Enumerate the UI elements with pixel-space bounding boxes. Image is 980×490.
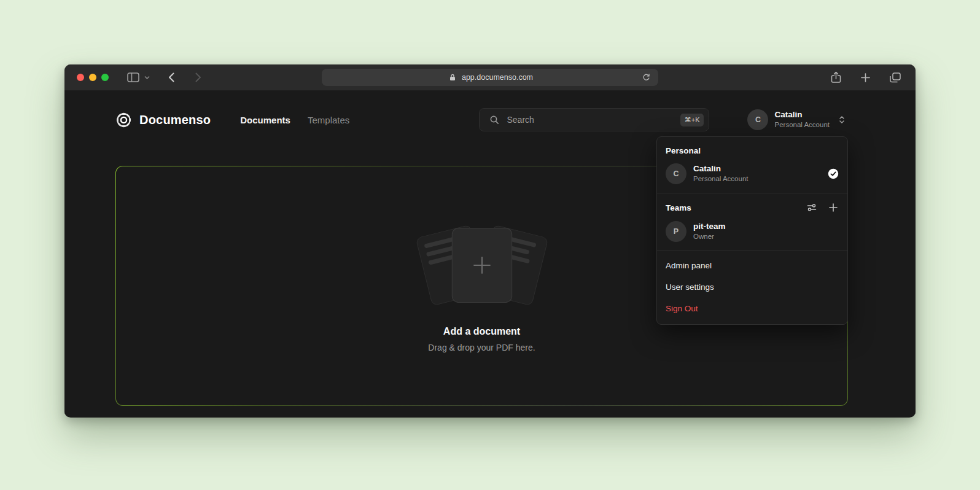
address-bar[interactable]: app.documenso.com [322, 69, 658, 86]
add-team-icon[interactable] [828, 202, 839, 213]
sidebar-toggle-icon[interactable] [125, 70, 142, 85]
team-name: pit-team [693, 222, 839, 232]
search-icon [487, 112, 502, 127]
chevron-up-down-icon [836, 112, 848, 127]
desktop-background: app.documenso.com [0, 0, 980, 490]
browser-window: app.documenso.com [64, 64, 916, 418]
zoom-window-button[interactable] [101, 74, 109, 81]
personal-account-row[interactable]: C Catalin Personal Account [657, 158, 847, 189]
personal-account-name: Catalin [693, 164, 821, 174]
avatar: P [666, 221, 686, 242]
avatar: C [666, 163, 686, 184]
documenso-logo-icon [115, 112, 132, 128]
account-dropdown-menu: Personal C Catalin Personal Account [656, 136, 848, 325]
document-stack-illustration [414, 219, 550, 311]
account-name: Catalin [774, 110, 830, 120]
minimize-window-button[interactable] [89, 74, 96, 81]
menu-item-sign-out[interactable]: Sign Out [657, 298, 847, 319]
team-text: pit-team Owner [693, 222, 839, 241]
search-input[interactable] [507, 115, 675, 125]
reload-icon[interactable] [640, 71, 653, 84]
address-text: app.documenso.com [462, 73, 533, 82]
share-icon[interactable] [828, 69, 844, 86]
traffic-lights [77, 74, 109, 81]
search-box[interactable]: ⌘+K [479, 108, 709, 131]
app-page: Documenso Documents Templates ⌘+K [64, 91, 916, 417]
sidebar-chevron-down-icon[interactable] [142, 73, 152, 82]
teams-section-header: Teams [657, 197, 847, 216]
dropzone-subtitle: Drag & drop your PDF here. [428, 343, 535, 352]
brand[interactable]: Documenso [115, 112, 211, 128]
nav-documents[interactable]: Documents [240, 115, 290, 125]
brand-name: Documenso [139, 113, 211, 127]
teams-section-label: Teams [666, 203, 691, 212]
search-shortcut-badge: ⌘+K [680, 114, 704, 126]
personal-account-subtitle: Personal Account [693, 174, 821, 183]
menu-divider [657, 251, 847, 251]
plus-icon [471, 255, 492, 276]
browser-toolbar: app.documenso.com [64, 64, 916, 91]
main-nav: Documents Templates [240, 115, 349, 125]
nav-templates[interactable]: Templates [308, 115, 349, 125]
account-text: Catalin Personal Account [774, 110, 830, 129]
dropzone-title: Add a document [443, 326, 520, 337]
back-button-icon[interactable] [166, 70, 177, 85]
close-window-button[interactable] [77, 74, 84, 81]
team-role: Owner [693, 232, 839, 241]
menu-item-user-settings[interactable]: User settings [657, 276, 847, 298]
menu-divider [657, 193, 847, 193]
lock-icon [447, 71, 458, 84]
personal-account-text: Catalin Personal Account [693, 164, 821, 183]
document-card-center [451, 228, 511, 303]
avatar: C [747, 109, 768, 130]
account-menu-trigger[interactable]: C Catalin Personal Account [747, 109, 848, 130]
menu-item-admin-panel[interactable]: Admin panel [657, 255, 847, 276]
selected-check-icon [828, 168, 839, 179]
account-subtitle: Personal Account [774, 120, 830, 129]
new-tab-plus-icon[interactable] [858, 71, 873, 85]
team-row[interactable]: P pit-team Owner [657, 216, 847, 247]
forward-button-icon[interactable] [193, 70, 204, 85]
personal-section-label: Personal [657, 141, 847, 158]
tab-overview-icon[interactable] [887, 70, 903, 85]
manage-teams-icon[interactable] [806, 201, 818, 214]
